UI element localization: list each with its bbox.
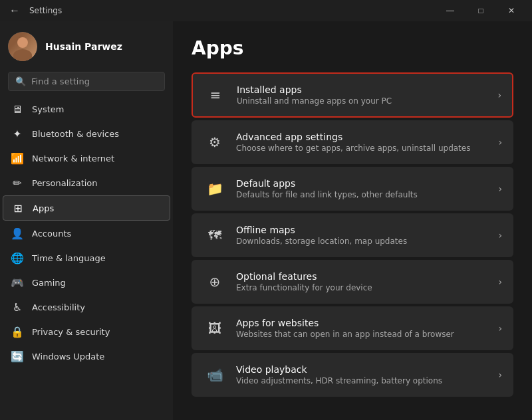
sidebar-item-accounts[interactable]: 👤Accounts [3,221,170,245]
app-body: Husain Parwez 🔍 Find a setting 🖥System✦B… [0,21,532,420]
card-desc-advanced-app-settings: Choose where to get apps, archive apps, … [236,144,493,153]
card-video-playback[interactable]: 📹Video playbackVideo adjustments, HDR st… [192,353,513,397]
chevron-icon-optional-features: › [498,276,502,287]
card-title-default-apps: Default apps [236,178,493,189]
window-controls: — □ ✕ [435,0,527,21]
chevron-icon-video-playback: › [498,369,502,380]
search-box[interactable]: 🔍 Find a setting [8,72,165,91]
card-optional-features[interactable]: ⊕Optional featuresExtra functionality fo… [192,260,513,304]
sidebar: Husain Parwez 🔍 Find a setting 🖥System✦B… [0,21,173,420]
cards-container: ≡Installed appsUninstall and manage apps… [192,72,513,397]
sidebar-item-label-privacy: Privacy & security [32,327,162,337]
card-offline-maps[interactable]: 🗺Offline mapsDownloads, storage location… [192,213,513,257]
sidebar-item-label-network: Network & internet [32,154,162,163]
sidebar-item-accessibility[interactable]: ♿Accessibility [3,295,170,319]
sidebar-item-gaming[interactable]: 🎮Gaming [3,270,170,294]
back-button[interactable]: ← [5,2,24,19]
sidebar-item-label-bluetooth: Bluetooth & devices [32,129,162,139]
installed-apps-icon: ≡ [203,83,227,107]
card-desc-apps-for-websites: Websites that can open in an app instead… [236,330,493,339]
profile-section[interactable]: Husain Parwez [0,21,173,69]
chevron-icon-default-apps: › [498,183,502,194]
sidebar-item-label-gaming: Gaming [32,278,162,288]
card-text-apps-for-websites: Apps for websitesWebsites that can open … [236,318,493,339]
close-button[interactable]: ✕ [496,0,527,21]
optional-features-icon: ⊕ [203,270,227,294]
search-placeholder: Find a setting [31,76,90,86]
title-bar: ← Settings — □ ✕ [0,0,532,21]
card-desc-video-playback: Video adjustments, HDR streaming, batter… [236,376,493,385]
update-icon: 🔄 [11,350,24,363]
card-text-advanced-app-settings: Advanced app settingsChoose where to get… [236,132,493,153]
gaming-icon: 🎮 [11,276,24,289]
accessibility-icon: ♿ [11,300,24,314]
offline-maps-icon: 🗺 [203,223,227,247]
minimize-button[interactable]: — [435,0,466,21]
sidebar-item-label-accounts: Accounts [32,229,162,239]
avatar-image [8,32,37,61]
default-apps-icon: 📁 [203,177,227,201]
search-container: 🔍 Find a setting [0,69,173,96]
page-title: Apps [192,37,513,59]
card-title-optional-features: Optional features [236,271,493,282]
card-desc-default-apps: Defaults for file and link types, other … [236,190,493,199]
sidebar-item-label-apps: Apps [33,203,162,213]
maximize-button[interactable]: □ [466,0,496,21]
sidebar-item-apps[interactable]: ⊞Apps [3,195,170,221]
sidebar-item-system[interactable]: 🖥System [3,97,170,121]
title-bar-left: ← Settings [5,2,62,19]
sidebar-item-label-accessibility: Accessibility [32,302,162,312]
card-text-default-apps: Default appsDefaults for file and link t… [236,178,493,199]
sidebar-item-label-update: Windows Update [32,352,162,362]
card-desc-installed-apps: Uninstall and manage apps on your PC [237,96,492,106]
personalization-icon: ✏ [11,176,24,189]
card-advanced-app-settings[interactable]: ⚙Advanced app settingsChoose where to ge… [192,120,513,164]
chevron-icon-installed-apps: › [497,90,501,100]
card-title-apps-for-websites: Apps for websites [236,318,493,328]
accounts-icon: 👤 [11,227,24,240]
card-text-offline-maps: Offline mapsDownloads, storage location,… [236,225,493,246]
system-icon: 🖥 [11,102,24,116]
card-title-video-playback: Video playback [236,364,493,375]
network-icon: 📶 [11,152,24,165]
chevron-icon-advanced-app-settings: › [498,137,502,148]
privacy-icon: 🔒 [11,325,24,338]
apps-icon: ⊞ [11,201,25,215]
sidebar-item-label-system: System [32,104,162,114]
card-text-optional-features: Optional featuresExtra functionality for… [236,271,493,292]
content-area: Apps ≡Installed appsUninstall and manage… [173,21,532,420]
card-installed-apps[interactable]: ≡Installed appsUninstall and manage apps… [192,72,513,118]
card-title-offline-maps: Offline maps [236,225,493,235]
card-default-apps[interactable]: 📁Default appsDefaults for file and link … [192,167,513,211]
sidebar-item-label-time: Time & language [32,253,162,263]
sidebar-nav: 🖥System✦Bluetooth & devices📶Network & in… [0,96,173,369]
chevron-icon-offline-maps: › [498,230,502,241]
card-desc-optional-features: Extra functionality for your device [236,283,493,292]
card-text-installed-apps: Installed appsUninstall and manage apps … [237,84,492,106]
sidebar-item-label-personalization: Personalization [32,178,162,188]
bluetooth-icon: ✦ [11,127,24,140]
avatar [8,32,37,61]
apps-for-websites-icon: 🖼 [203,316,227,340]
sidebar-item-network[interactable]: 📶Network & internet [3,146,170,170]
card-title-advanced-app-settings: Advanced app settings [236,132,493,142]
card-apps-for-websites[interactable]: 🖼Apps for websitesWebsites that can open… [192,306,513,350]
sidebar-item-bluetooth[interactable]: ✦Bluetooth & devices [3,122,170,146]
sidebar-item-privacy[interactable]: 🔒Privacy & security [3,320,170,344]
search-icon: 🔍 [15,76,26,86]
sidebar-item-time[interactable]: 🌐Time & language [3,246,170,270]
profile-name: Husain Parwez [45,41,122,52]
card-desc-offline-maps: Downloads, storage location, map updates [236,237,493,246]
sidebar-item-update[interactable]: 🔄Windows Update [3,344,170,368]
card-title-installed-apps: Installed apps [237,84,492,95]
advanced-app-settings-icon: ⚙ [203,130,227,154]
chevron-icon-apps-for-websites: › [498,323,502,334]
video-playback-icon: 📹 [203,363,227,387]
app-title: Settings [29,6,62,15]
time-icon: 🌐 [11,251,24,264]
sidebar-item-personalization[interactable]: ✏Personalization [3,171,170,195]
card-text-video-playback: Video playbackVideo adjustments, HDR str… [236,364,493,385]
